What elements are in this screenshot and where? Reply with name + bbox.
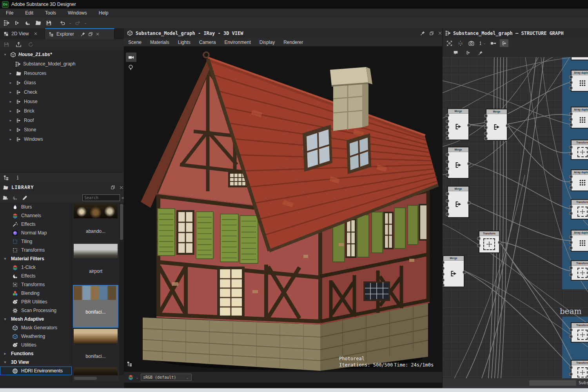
new-library-folder-icon[interactable]: [2, 195, 8, 201]
restore-icon[interactable]: [88, 32, 93, 36]
light-bulb-button[interactable]: [127, 64, 134, 71]
screenshot-button[interactable]: [467, 39, 475, 47]
comment-bubble-button[interactable]: [451, 49, 460, 57]
menu-display[interactable]: Display: [255, 40, 279, 45]
library-header-mesh-adaptive[interactable]: Mesh Adaptive: [0, 315, 72, 323]
graph-node-merge[interactable]: Merge: [447, 186, 469, 218]
node-graph-canvas[interactable]: beam: [443, 57, 588, 378]
tree-row-roof[interactable]: Roof: [0, 116, 124, 125]
graph-node-merge[interactable]: Merge: [447, 108, 469, 140]
close-icon[interactable]: [438, 31, 442, 35]
save-all-button[interactable]: [44, 18, 54, 27]
split-view-button[interactable]: [464, 49, 472, 57]
expand-chevron-icon[interactable]: [8, 90, 13, 94]
menu-edit[interactable]: Edit: [19, 9, 39, 17]
close-icon[interactable]: [96, 32, 100, 36]
expand-chevron-icon[interactable]: [8, 137, 13, 141]
library-item-effects[interactable]: Effects: [0, 220, 72, 229]
new-substance-graph-button[interactable]: [2, 18, 11, 27]
tree-row-package[interactable]: House_21.sbs*: [0, 50, 124, 59]
edit-pencil-icon[interactable]: [22, 195, 28, 201]
tab-2d-view[interactable]: 2D View: [0, 28, 45, 39]
menu-renderer[interactable]: Renderer: [279, 40, 307, 45]
library-header-3d-view[interactable]: 3D View: [0, 358, 72, 367]
channels-caret-icon[interactable]: ⌄: [135, 376, 139, 379]
new-function-graph-button[interactable]: [12, 18, 22, 27]
graph-node-array[interactable]: Array duplicat: [571, 230, 588, 252]
undo-history-caret[interactable]: ⌄: [68, 21, 72, 25]
graph-node-transform[interactable]: Transform: [571, 140, 588, 160]
camera-view-button[interactable]: [126, 53, 136, 62]
redo-button[interactable]: [73, 18, 83, 27]
library-item-pbr-utilities[interactable]: PBR Utilities: [0, 298, 72, 306]
library-item-transforms[interactable]: Transforms: [0, 246, 72, 254]
expand-chevron-icon[interactable]: [8, 100, 13, 103]
tree-row-check[interactable]: Check: [0, 87, 124, 97]
library-item-hdri-environments[interactable]: HDRI Environments: [0, 367, 72, 375]
expand-chevron-icon[interactable]: [8, 81, 13, 85]
tree-row-stone[interactable]: Stone: [0, 125, 124, 134]
graph-node-transform[interactable]: Transform: [571, 360, 588, 378]
menu-environment[interactable]: Environment: [220, 40, 255, 45]
reload-button[interactable]: [26, 40, 36, 49]
thumbnail-bonifacio-selected[interactable]: bonifaci...: [73, 285, 118, 328]
menu-help[interactable]: Help: [93, 9, 114, 17]
graph-node-partial[interactable]: [571, 57, 588, 60]
library-item-scan-processing[interactable]: Scan Processing: [0, 306, 72, 315]
menu-windows[interactable]: Windows: [62, 9, 93, 17]
collapse-chevron-icon[interactable]: [2, 53, 8, 56]
graph-node-transform[interactable]: Transform: [571, 322, 588, 343]
menu-lights[interactable]: Lights: [174, 40, 195, 45]
color-channels-icon[interactable]: [128, 374, 134, 380]
pin-icon[interactable]: [420, 31, 425, 36]
thumbnail-airport[interactable]: airport: [74, 244, 118, 274]
undo-button[interactable]: [58, 18, 67, 27]
zoom-1-1-button[interactable]: [456, 39, 465, 47]
library-item-tiling[interactable]: Tiling: [0, 237, 72, 246]
3d-viewport[interactable]: Photoreal Iterations: 500/500 Time: 24s/…: [124, 46, 442, 372]
tree-row-windows[interactable]: Windows: [0, 134, 124, 144]
info-button[interactable]: ⌄: [478, 39, 486, 47]
thumbnail-bonifacio-2[interactable]: bonifaci...: [74, 329, 118, 359]
tree-row-house[interactable]: House: [0, 97, 124, 106]
graph-node-merge[interactable]: Merge: [447, 147, 469, 179]
graph-node-transform[interactable]: Transform: [571, 260, 588, 281]
graph-node-merge[interactable]: Merge: [486, 109, 508, 141]
scene-tree-button[interactable]: [127, 361, 132, 367]
graph-node-merge[interactable]: Merge: [443, 255, 465, 287]
graph-node-transform[interactable]: Transform: [479, 230, 500, 253]
menu-file[interactable]: File: [0, 9, 19, 17]
library-item-mask-generators[interactable]: Mask Generators: [0, 323, 72, 332]
restore-icon[interactable]: [429, 31, 434, 36]
thumbnail-abandoned[interactable]: abando...: [74, 204, 118, 234]
filter-icon[interactable]: [12, 195, 18, 201]
library-item-transforms-2[interactable]: Transforms: [0, 280, 72, 289]
tree-row-graph[interactable]: Substance_Model_graph: [0, 59, 124, 69]
library-item-blurs[interactable]: Blurs: [0, 203, 72, 211]
library-item-utilities[interactable]: Utilities: [0, 341, 72, 349]
tree-row-glass[interactable]: Glass: [0, 78, 124, 87]
close-icon[interactable]: [119, 185, 123, 190]
new-package-button[interactable]: [23, 18, 33, 27]
graph-node-transform[interactable]: Transform: [571, 199, 588, 220]
thumbnails-vertical-scrollbar[interactable]: [119, 203, 124, 375]
menu-materials[interactable]: Materials: [146, 40, 174, 45]
library-item-effects-2[interactable]: Effects: [0, 272, 72, 280]
library-item-normal-map[interactable]: Normal Map: [0, 229, 72, 237]
info-icon[interactable]: [15, 175, 20, 180]
link-nodes-button[interactable]: [489, 39, 497, 47]
thumbnail-partial[interactable]: [74, 367, 118, 375]
library-item-weathering[interactable]: Weathering: [0, 332, 72, 341]
graph-node-array[interactable]: Array duplicat: [571, 107, 588, 129]
menu-scene[interactable]: Scene: [124, 40, 146, 45]
thumbnails-horizontal-scrollbar[interactable]: [73, 376, 119, 381]
graph-node-array[interactable]: Array duplicat: [571, 70, 588, 92]
menu-camera[interactable]: Camera: [195, 40, 220, 45]
tree-row-resources[interactable]: Resources: [0, 69, 124, 78]
expand-chevron-icon[interactable]: [8, 118, 13, 122]
redo-history-caret[interactable]: ⌄: [83, 21, 87, 25]
save-button[interactable]: [2, 40, 11, 49]
export-button[interactable]: [14, 40, 24, 49]
library-item-1-click[interactable]: 1-Click: [0, 263, 72, 272]
menu-tools[interactable]: Tools: [39, 9, 62, 17]
